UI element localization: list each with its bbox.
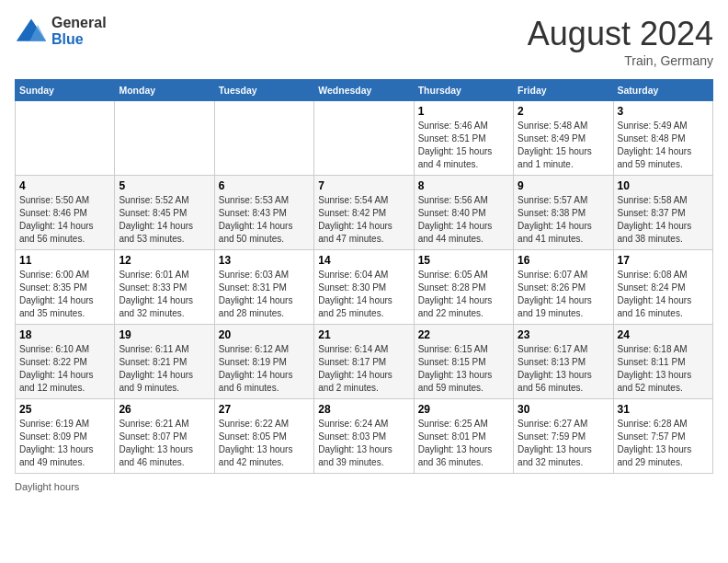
day-number: 3 — [618, 105, 709, 118]
calendar-cell: 10Sunrise: 5:58 AM Sunset: 8:37 PM Dayli… — [613, 176, 712, 250]
weekday-header: Saturday — [613, 80, 712, 101]
calendar-cell: 31Sunrise: 6:28 AM Sunset: 7:57 PM Dayli… — [613, 399, 712, 474]
day-info: Sunrise: 5:48 AM Sunset: 8:49 PM Dayligh… — [518, 120, 609, 171]
weekday-header: Tuesday — [214, 80, 313, 101]
day-info: Sunrise: 6:11 AM Sunset: 8:21 PM Dayligh… — [119, 343, 210, 395]
calendar-cell: 17Sunrise: 6:08 AM Sunset: 8:24 PM Dayli… — [613, 250, 712, 325]
day-info: Sunrise: 5:52 AM Sunset: 8:45 PM Dayligh… — [119, 194, 210, 246]
day-info: Sunrise: 6:21 AM Sunset: 8:07 PM Dayligh… — [119, 418, 210, 469]
calendar-cell: 1Sunrise: 5:46 AM Sunset: 8:51 PM Daylig… — [414, 101, 513, 176]
weekday-header: Monday — [115, 80, 214, 101]
calendar-cell: 29Sunrise: 6:25 AM Sunset: 8:01 PM Dayli… — [414, 399, 513, 474]
day-info: Sunrise: 6:19 AM Sunset: 8:09 PM Dayligh… — [19, 418, 110, 469]
calendar-cell: 18Sunrise: 6:10 AM Sunset: 8:22 PM Dayli… — [16, 325, 115, 399]
day-number: 19 — [119, 328, 210, 341]
day-number: 13 — [219, 254, 310, 267]
day-number: 27 — [219, 403, 310, 416]
calendar-week-row: 1Sunrise: 5:46 AM Sunset: 8:51 PM Daylig… — [16, 101, 713, 176]
day-info: Sunrise: 6:12 AM Sunset: 8:19 PM Dayligh… — [219, 343, 310, 395]
day-number: 20 — [219, 328, 310, 341]
day-info: Sunrise: 6:05 AM Sunset: 8:28 PM Dayligh… — [418, 269, 509, 320]
location: Train, Germany — [528, 53, 713, 68]
title-block: August 2024 Train, Germany — [528, 15, 713, 68]
calendar-cell — [115, 101, 214, 176]
footer: Daylight hours — [15, 481, 713, 492]
calendar-cell: 30Sunrise: 6:27 AM Sunset: 7:59 PM Dayli… — [514, 399, 613, 474]
day-number: 1 — [418, 105, 509, 118]
day-number: 4 — [19, 179, 110, 192]
logo: General Blue — [15, 15, 107, 48]
calendar-cell: 16Sunrise: 6:07 AM Sunset: 8:26 PM Dayli… — [514, 250, 613, 325]
day-info: Sunrise: 6:00 AM Sunset: 8:35 PM Dayligh… — [19, 269, 110, 320]
calendar-cell: 6Sunrise: 5:53 AM Sunset: 8:43 PM Daylig… — [214, 176, 313, 250]
calendar-cell: 26Sunrise: 6:21 AM Sunset: 8:07 PM Dayli… — [115, 399, 214, 474]
calendar-cell: 8Sunrise: 5:56 AM Sunset: 8:40 PM Daylig… — [414, 176, 513, 250]
day-number: 11 — [19, 254, 110, 267]
calendar-cell: 23Sunrise: 6:17 AM Sunset: 8:13 PM Dayli… — [514, 325, 613, 399]
day-info: Sunrise: 6:17 AM Sunset: 8:13 PM Dayligh… — [518, 343, 609, 395]
day-number: 7 — [318, 179, 409, 192]
day-info: Sunrise: 6:04 AM Sunset: 8:30 PM Dayligh… — [318, 269, 409, 320]
calendar-table: SundayMondayTuesdayWednesdayThursdayFrid… — [15, 79, 713, 474]
day-info: Sunrise: 6:01 AM Sunset: 8:33 PM Dayligh… — [119, 269, 210, 320]
day-number: 30 — [518, 403, 609, 416]
calendar-cell: 13Sunrise: 6:03 AM Sunset: 8:31 PM Dayli… — [214, 250, 313, 325]
day-number: 15 — [418, 254, 509, 267]
weekday-header: Sunday — [16, 80, 115, 101]
weekday-header: Friday — [514, 80, 613, 101]
calendar-cell: 20Sunrise: 6:12 AM Sunset: 8:19 PM Dayli… — [214, 325, 313, 399]
weekday-header: Thursday — [414, 80, 513, 101]
day-number: 31 — [618, 403, 709, 416]
calendar-cell: 15Sunrise: 6:05 AM Sunset: 8:28 PM Dayli… — [414, 250, 513, 325]
day-info: Sunrise: 6:14 AM Sunset: 8:17 PM Dayligh… — [318, 343, 409, 395]
day-number: 29 — [418, 403, 509, 416]
day-info: Sunrise: 5:56 AM Sunset: 8:40 PM Dayligh… — [418, 194, 509, 246]
day-number: 25 — [19, 403, 110, 416]
day-number: 12 — [119, 254, 210, 267]
calendar-cell: 3Sunrise: 5:49 AM Sunset: 8:48 PM Daylig… — [613, 101, 712, 176]
calendar-cell — [214, 101, 313, 176]
calendar-cell: 4Sunrise: 5:50 AM Sunset: 8:46 PM Daylig… — [16, 176, 115, 250]
day-number: 22 — [418, 328, 509, 341]
calendar-header-row: SundayMondayTuesdayWednesdayThursdayFrid… — [16, 80, 713, 101]
calendar-cell — [314, 101, 414, 176]
weekday-header: Wednesday — [314, 80, 414, 101]
day-info: Sunrise: 6:22 AM Sunset: 8:05 PM Dayligh… — [219, 418, 310, 469]
calendar-cell: 12Sunrise: 6:01 AM Sunset: 8:33 PM Dayli… — [115, 250, 214, 325]
calendar-cell: 24Sunrise: 6:18 AM Sunset: 8:11 PM Dayli… — [613, 325, 712, 399]
calendar-week-row: 11Sunrise: 6:00 AM Sunset: 8:35 PM Dayli… — [16, 250, 713, 325]
day-number: 14 — [318, 254, 409, 267]
day-info: Sunrise: 6:28 AM Sunset: 7:57 PM Dayligh… — [618, 418, 709, 469]
day-info: Sunrise: 6:10 AM Sunset: 8:22 PM Dayligh… — [19, 343, 110, 395]
day-info: Sunrise: 5:58 AM Sunset: 8:37 PM Dayligh… — [618, 194, 709, 246]
day-number: 24 — [618, 328, 709, 341]
logo-general-text: General — [51, 15, 107, 31]
calendar-cell: 7Sunrise: 5:54 AM Sunset: 8:42 PM Daylig… — [314, 176, 414, 250]
day-number: 5 — [119, 179, 210, 192]
day-info: Sunrise: 6:27 AM Sunset: 7:59 PM Dayligh… — [518, 418, 609, 469]
calendar-cell: 28Sunrise: 6:24 AM Sunset: 8:03 PM Dayli… — [314, 399, 414, 474]
logo-blue-text: Blue — [51, 31, 107, 48]
page-header: General Blue August 2024 Train, Germany — [15, 15, 713, 68]
calendar-week-row: 18Sunrise: 6:10 AM Sunset: 8:22 PM Dayli… — [16, 325, 713, 399]
day-number: 23 — [518, 328, 609, 341]
calendar-week-row: 4Sunrise: 5:50 AM Sunset: 8:46 PM Daylig… — [16, 176, 713, 250]
logo-icon — [15, 15, 48, 48]
calendar-cell — [16, 101, 115, 176]
day-number: 9 — [518, 179, 609, 192]
calendar-cell: 21Sunrise: 6:14 AM Sunset: 8:17 PM Dayli… — [314, 325, 414, 399]
day-number: 28 — [318, 403, 409, 416]
calendar-cell: 5Sunrise: 5:52 AM Sunset: 8:45 PM Daylig… — [115, 176, 214, 250]
day-info: Sunrise: 5:54 AM Sunset: 8:42 PM Dayligh… — [318, 194, 409, 246]
daylight-label: Daylight hours — [15, 481, 79, 492]
day-info: Sunrise: 5:57 AM Sunset: 8:38 PM Dayligh… — [518, 194, 609, 246]
day-number: 18 — [19, 328, 110, 341]
calendar-cell: 11Sunrise: 6:00 AM Sunset: 8:35 PM Dayli… — [16, 250, 115, 325]
day-info: Sunrise: 5:46 AM Sunset: 8:51 PM Dayligh… — [418, 120, 509, 171]
day-number: 21 — [318, 328, 409, 341]
day-info: Sunrise: 6:07 AM Sunset: 8:26 PM Dayligh… — [518, 269, 609, 320]
day-info: Sunrise: 6:08 AM Sunset: 8:24 PM Dayligh… — [618, 269, 709, 320]
day-info: Sunrise: 5:50 AM Sunset: 8:46 PM Dayligh… — [19, 194, 110, 246]
day-number: 2 — [518, 105, 609, 118]
day-info: Sunrise: 6:18 AM Sunset: 8:11 PM Dayligh… — [618, 343, 709, 395]
